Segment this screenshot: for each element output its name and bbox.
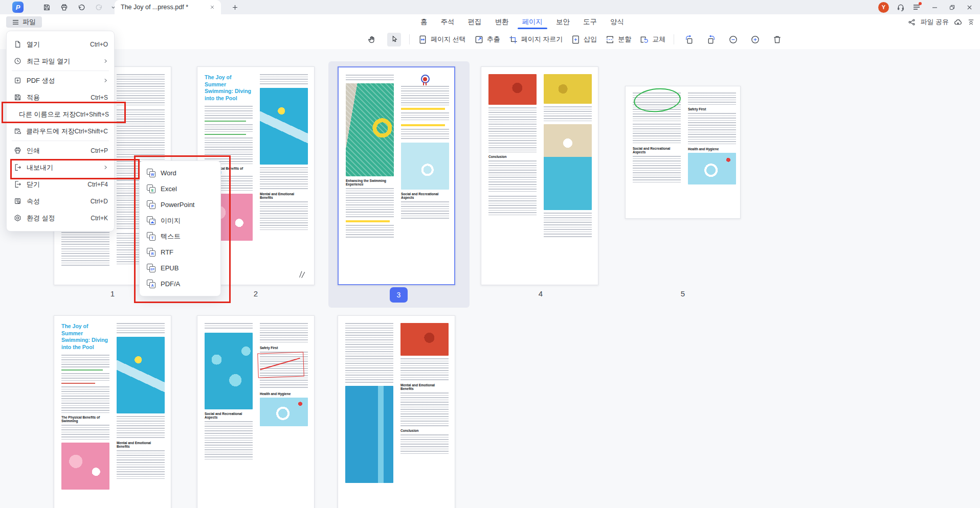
export-submenu: W Word E Excel P PowerPoint 이미지 T 텍스트 R … (139, 160, 221, 296)
file-menu-button[interactable]: 파일 (6, 16, 42, 28)
hand-tool-button[interactable] (365, 33, 379, 47)
cloud-upload-icon[interactable] (953, 18, 963, 26)
export-image[interactable]: 이미지 (140, 213, 220, 228)
page-select-button[interactable]: 페이지 선택 (418, 35, 466, 44)
page-thumbnail-5[interactable]: Social and Recreational Aspects Safety F… (625, 86, 741, 219)
menu-item-open[interactable]: 열기 Ctrl+O (7, 36, 114, 53)
export-word[interactable]: W Word (140, 165, 220, 181)
page-number-4: 4 (525, 289, 556, 298)
page-thumbnail-4[interactable]: Conclusion (481, 66, 598, 285)
close-window-button[interactable] (966, 4, 973, 11)
menu-item-label: 속성 (27, 197, 91, 206)
doc-heading: Social and Recreational Aspects (401, 192, 449, 199)
share-icon[interactable] (908, 18, 916, 26)
avatar[interactable]: Y (878, 2, 889, 13)
minimize-icon (931, 4, 938, 11)
export-text[interactable]: T 텍스트 (140, 228, 220, 244)
page-thumbnail-3-selected[interactable]: Enhancing the Swimming Experience Social… (338, 66, 455, 285)
menu-item-close[interactable]: 닫기 Ctrl+F4 (7, 176, 114, 193)
powerpoint-icon: P (147, 200, 155, 209)
menu-item-label: 내보내기 (27, 163, 103, 172)
menubar: 파일 홈 주석 편집 변환 페이지 보안 도구 양식 파일 공유 (0, 14, 980, 30)
image-icon (147, 216, 155, 225)
collapse-toolbar-icon[interactable] (967, 18, 975, 26)
export-pdfa[interactable]: A PDF/A (140, 276, 220, 292)
menu-item-apply-save[interactable]: 적용 Ctrl+S (7, 89, 114, 106)
save-to-cloud-icon (14, 127, 21, 135)
app-logo-icon[interactable]: P (12, 2, 24, 13)
tab-convert[interactable]: 변환 (495, 14, 509, 30)
document-tab[interactable]: The Joy of ...press.pdf * (115, 0, 221, 14)
cursor-icon (390, 35, 399, 44)
tab-close-icon[interactable] (210, 5, 215, 10)
doc-heading: Mental and Emotional Benefits (117, 441, 165, 448)
rotate-right-button[interactable] (704, 33, 718, 47)
undo-button[interactable] (75, 1, 88, 14)
extract-button[interactable]: 추출 (474, 35, 500, 44)
body-text (117, 323, 165, 334)
export-item-label: 텍스트 (161, 232, 181, 241)
menu-item-export[interactable]: 내보내기 (7, 159, 114, 176)
share-label[interactable]: 파일 공유 (920, 17, 949, 27)
close-icon (966, 4, 973, 11)
doc-heading: Social and Recreational Aspects (205, 412, 253, 419)
minimize-button[interactable] (931, 4, 938, 11)
chevron-right-icon (103, 78, 108, 83)
replace-button[interactable]: 교체 (639, 35, 665, 44)
rotate-left-button[interactable] (682, 33, 696, 47)
menu-item-save-to-cloud[interactable]: 클라우드에 저장 Ctrl+Shift+C (7, 123, 114, 140)
menu-item-create-pdf[interactable]: PDF 생성 (7, 72, 114, 89)
support-button[interactable] (897, 3, 905, 11)
body-text (400, 434, 449, 455)
page-thumbnail-8[interactable]: Mental and Emotional Benefits Conclusion (338, 315, 455, 508)
tab-tool[interactable]: 도구 (583, 14, 597, 30)
tab-page[interactable]: 페이지 (522, 14, 543, 30)
export-powerpoint[interactable]: P PowerPoint (140, 197, 220, 213)
save-button[interactable] (40, 1, 53, 14)
menu-item-preferences[interactable]: 환경 설정 Ctrl+K (7, 210, 114, 226)
pool-tubes-photo (205, 333, 253, 409)
crop-page-button[interactable]: 페이지 자르기 (508, 35, 563, 44)
new-tab-button[interactable] (229, 2, 240, 13)
select-tool-button[interactable] (387, 33, 401, 47)
menu-item-label: PDF 생성 (27, 76, 103, 85)
red-swimsuit-photo (488, 74, 537, 105)
redo-button[interactable] (92, 1, 105, 14)
menu-item-properties[interactable]: 속성 Ctrl+D (7, 193, 114, 210)
menu-item-print[interactable]: 인쇄 Ctrl+P (7, 142, 114, 159)
menu-item-save-as[interactable]: 다른 이름으로 저장 Ctrl+Shift+S (7, 106, 114, 123)
export-item-label: Excel (161, 185, 177, 193)
body-text (401, 86, 449, 105)
tab-edit[interactable]: 편집 (468, 14, 482, 30)
page-select-label: 페이지 선택 (431, 35, 466, 44)
tab-home[interactable]: 홈 (420, 14, 428, 30)
print-button[interactable] (57, 1, 71, 14)
body-text (401, 201, 449, 219)
export-rtf[interactable]: R RTF (140, 244, 220, 260)
toolbar-divider (674, 34, 674, 44)
notification-dot (919, 2, 922, 5)
page-column: Mental and Emotional Benefits (117, 323, 165, 481)
zoom-in-button[interactable] (748, 33, 762, 47)
main-menu-button[interactable] (912, 4, 921, 11)
menu-item-recent-files[interactable]: 최근 파일 열기 (7, 53, 114, 70)
zoom-out-button[interactable] (726, 33, 740, 47)
export-epub[interactable]: EP EPUB (140, 260, 220, 276)
split-button[interactable]: 분할 (605, 35, 631, 44)
tab-comment[interactable]: 주석 (441, 14, 455, 30)
body-text (61, 355, 109, 368)
print-icon (14, 147, 21, 154)
tab-form[interactable]: 양식 (610, 14, 624, 30)
restore-button[interactable] (949, 4, 955, 11)
insert-button[interactable]: 삽입 (571, 35, 597, 44)
page-thumbnail-6[interactable]: The Joy of Summer Swimming: Diving into … (54, 315, 171, 508)
page-number-1: 1 (97, 289, 128, 298)
tab-protect[interactable]: 보안 (556, 14, 570, 30)
green-underline-annotation (205, 134, 246, 135)
export-excel[interactable]: E Excel (140, 181, 220, 197)
page-thumbnail-7[interactable]: Social and Recreational Aspects Safety F… (197, 315, 315, 508)
delete-page-button[interactable] (770, 33, 784, 47)
body-text (488, 107, 537, 152)
page-column: Enhancing the Swimming Experience (346, 75, 394, 242)
excel-icon: E (147, 184, 155, 193)
